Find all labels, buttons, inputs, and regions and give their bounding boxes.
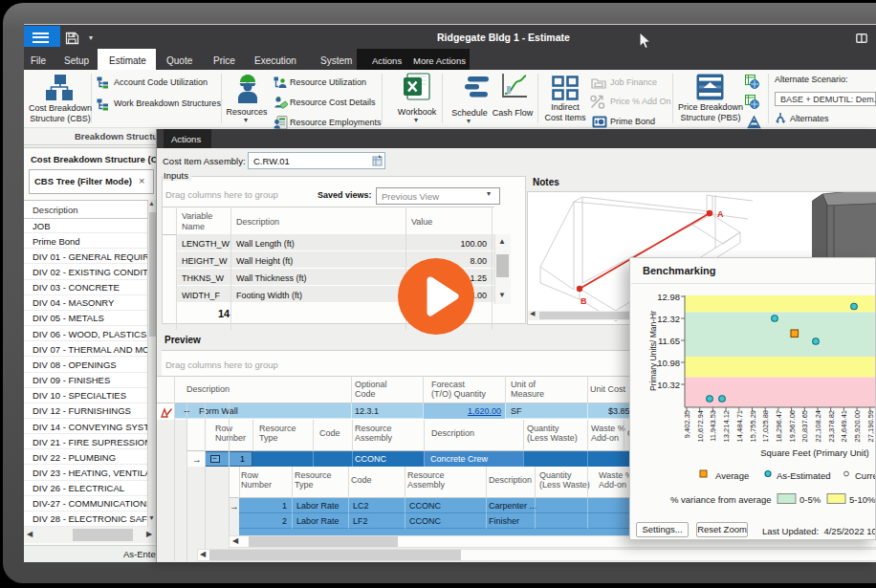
svg-text:23,378.82: 23,378.82: [827, 410, 836, 442]
svg-text:12.32: 12.32: [657, 314, 680, 324]
svg-text:11.65: 11.65: [658, 336, 680, 346]
svg-text:Curre: Curre: [855, 470, 876, 481]
svg-text:14,484.71: 14,484.71: [735, 410, 744, 442]
svg-text:18,296.47: 18,296.47: [775, 410, 783, 442]
svg-text:10,672.94: 10,672.94: [696, 410, 705, 442]
svg-text:22,108.24: 22,108.24: [814, 410, 822, 442]
svg-text:11,943.53: 11,943.53: [709, 410, 717, 442]
svg-text:15,755.29: 15,755.29: [749, 410, 757, 442]
svg-text:As-Estimated: As-Estimated: [777, 470, 831, 481]
svg-text:13,214.12: 13,214.12: [722, 410, 731, 442]
svg-text:% variance from average: % variance from average: [670, 494, 772, 505]
svg-text:10.32: 10.32: [657, 380, 680, 390]
svg-text:Square Feet (Primary Unit): Square Feet (Primary Unit): [760, 447, 869, 458]
svg-text:B: B: [580, 296, 587, 306]
svg-text:5-10%: 5-10%: [849, 494, 876, 505]
svg-text:A: A: [717, 209, 724, 219]
svg-text:0-5%: 0-5%: [799, 494, 821, 505]
svg-text:19,567.06: 19,567.06: [788, 410, 797, 442]
svg-text:Average: Average: [715, 470, 749, 481]
svg-text:20,837.65: 20,837.65: [800, 410, 809, 442]
svg-text:25,920.00: 25,920.00: [853, 410, 862, 442]
svg-text:27,190.59: 27,190.59: [866, 410, 875, 442]
svg-text:24,649.41: 24,649.41: [840, 410, 848, 442]
svg-text:17,025.88: 17,025.88: [761, 410, 770, 442]
svg-text:Primary Units/ Man-Hr: Primary Units/ Man-Hr: [648, 311, 658, 391]
svg-text:12.98: 12.98: [657, 292, 680, 302]
svg-text:9,402.35: 9,402.35: [683, 410, 691, 438]
svg-text:10.98: 10.98: [657, 358, 680, 368]
